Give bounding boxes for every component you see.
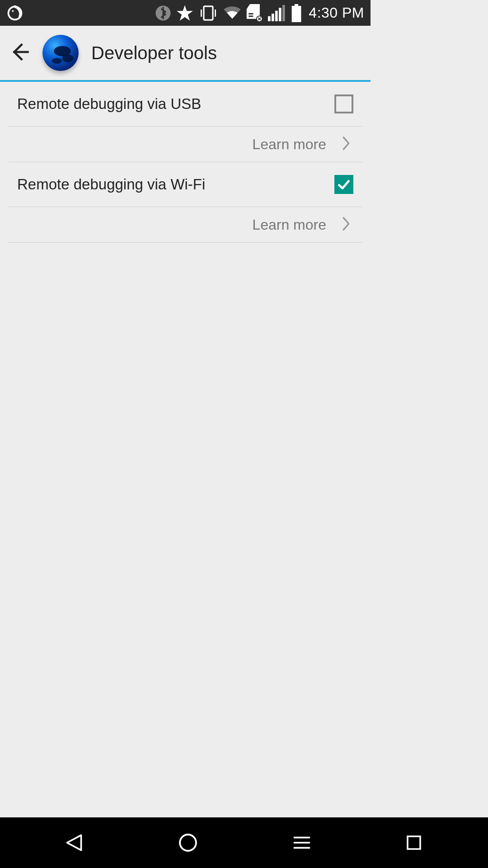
learn-more-label: Learn more [252, 217, 326, 233]
svg-marker-3 [177, 5, 193, 20]
cell-signal-icon [268, 5, 286, 21]
svg-point-1 [12, 10, 14, 12]
checkbox-remote-debug-wifi[interactable] [334, 175, 353, 194]
wifi-icon [223, 5, 242, 21]
chevron-right-icon [342, 136, 351, 153]
battery-icon [291, 4, 302, 22]
learn-more-label: Learn more [252, 136, 326, 153]
svg-rect-19 [292, 6, 301, 22]
svg-rect-14 [272, 14, 274, 21]
learn-more-wifi[interactable]: Learn more [8, 207, 362, 243]
android-status-bar: 4:30 PM [0, 0, 371, 26]
page-title: Developer tools [91, 43, 217, 63]
chevron-right-icon [342, 216, 351, 233]
back-button[interactable] [9, 42, 30, 64]
sim-error-icon [246, 4, 263, 22]
checkbox-remote-debug-usb[interactable] [334, 94, 353, 113]
svg-rect-8 [249, 15, 253, 17]
settings-list: Remote debugging via USB Learn more Remo… [0, 82, 371, 243]
star-icon [176, 4, 194, 22]
svg-rect-15 [275, 10, 278, 21]
setting-remote-debug-usb[interactable]: Remote debugging via USB [8, 82, 362, 127]
status-clock: 4:30 PM [309, 5, 364, 21]
svg-rect-4 [204, 6, 213, 19]
vibrate-icon [198, 4, 218, 22]
firefox-icon [6, 5, 23, 22]
svg-rect-7 [249, 13, 253, 14]
setting-label: Remote debugging via Wi-Fi [17, 176, 205, 193]
setting-remote-debug-wifi[interactable]: Remote debugging via Wi-Fi [8, 162, 362, 207]
app-icon [42, 35, 79, 71]
svg-rect-13 [268, 16, 271, 21]
setting-label: Remote debugging via USB [17, 95, 201, 113]
svg-rect-18 [295, 4, 298, 6]
bluetooth-icon [155, 5, 171, 21]
svg-rect-17 [282, 5, 285, 21]
svg-rect-16 [279, 8, 282, 21]
learn-more-usb[interactable]: Learn more [8, 127, 362, 162]
app-header: Developer tools [0, 26, 371, 82]
